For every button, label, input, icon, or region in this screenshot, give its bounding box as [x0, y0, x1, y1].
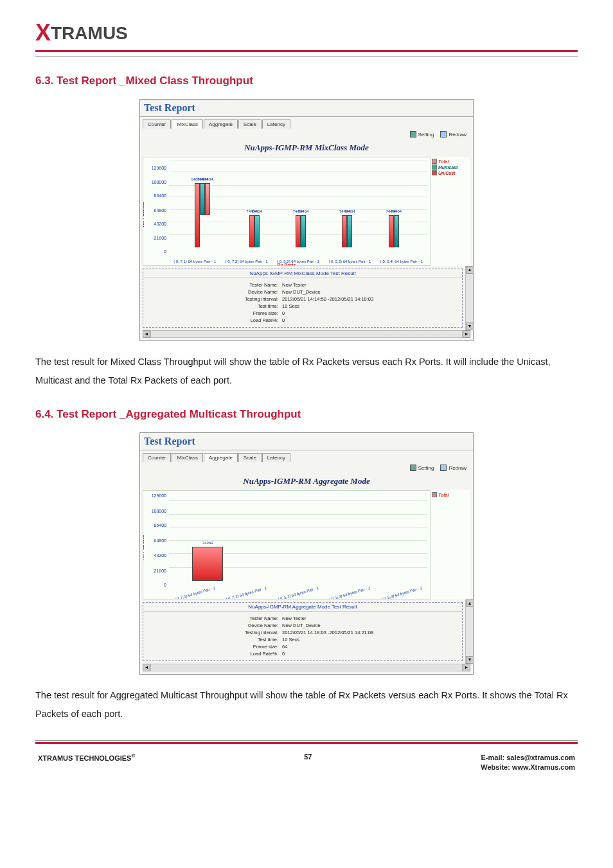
vscroll-1[interactable]: ▲ ▼ [465, 266, 473, 330]
logo-rest: TRAMUS [51, 23, 128, 43]
result-header-1: NuApps-IGMP-RM MixClass Mode Test Result [143, 269, 462, 278]
report-panel-aggregate: Test Report Counter MixClass Aggregate S… [139, 432, 474, 675]
setting-button[interactable]: Setting [410, 131, 434, 137]
footer-left: XTRAMUS TECHNOLOGIES® [38, 753, 135, 762]
redraw-icon [440, 465, 447, 471]
scroll-up-icon[interactable]: ▲ [466, 266, 474, 274]
footer-right: E-mail: sales@xtramus.com Website: www.X… [481, 753, 575, 773]
redraw-button-2[interactable]: Redraw [440, 465, 466, 471]
tab-aggregate-2[interactable]: Aggregate [204, 453, 238, 462]
hscroll-1[interactable]: ◄ ► [143, 330, 470, 338]
hscroll-2[interactable]: ◄ ► [143, 664, 470, 671]
plot-zone-2: 74369 [169, 495, 427, 581]
tab-scale[interactable]: Scale [238, 120, 262, 128]
body-6-3: The test result for Mixed Class Throughp… [35, 353, 578, 390]
legend-swatch-unicast [432, 170, 437, 175]
x-labels-2: ( 0, 7,1) 64 bytes Pair - 1 ( 0, 7,2) 64… [169, 592, 427, 596]
plot-zone-1: 148809 74404 74404 74404 74404 74404 744… [169, 161, 427, 247]
setting-button-2[interactable]: Setting [410, 465, 434, 471]
legend-2: Total [431, 490, 470, 599]
logo-x: X [35, 19, 51, 46]
vscroll-2[interactable]: ▲ ▼ [465, 599, 473, 664]
tab-mixclass[interactable]: MixClass [172, 120, 202, 128]
scroll-left-icon[interactable]: ◄ [143, 664, 150, 671]
chart-wrap-1: Rx Packets 0 21600 43200 64800 86400 108… [140, 155, 473, 266]
logo: XTRAMUS [35, 19, 578, 50]
chart-wrap-2: Rx Packets 0 21600 43200 64800 86400 108… [140, 489, 473, 599]
tab-counter[interactable]: Counter [143, 120, 171, 128]
chart-toolbar-2: Setting Redraw [140, 462, 473, 474]
tab-aggregate[interactable]: Aggregate [204, 120, 238, 128]
report-title: Test Report [140, 100, 473, 117]
tab-row-2: Counter MixClass Aggregate Scale Latency [140, 450, 473, 462]
tab-scale-2[interactable]: Scale [238, 453, 262, 462]
tab-latency-2[interactable]: Latency [262, 453, 290, 462]
tab-counter-2[interactable]: Counter [143, 453, 171, 462]
heading-6-3: 6.3. Test Report _Mixed Class Throughput [35, 75, 578, 87]
scroll-right-icon[interactable]: ► [463, 664, 470, 671]
scroll-down-icon[interactable]: ▼ [466, 323, 474, 330]
heading-6-4: 6.4. Test Report _Aggregated Multicast T… [35, 408, 578, 421]
footer-rule-red [35, 742, 578, 744]
scroll-right-icon[interactable]: ► [463, 330, 470, 338]
legend-swatch-multicast [432, 164, 437, 170]
setting-icon [410, 465, 416, 471]
page-footer: XTRAMUS TECHNOLOGIES® 57 E-mail: sales@x… [35, 748, 578, 773]
y-axis-2: 0 21600 43200 64800 86400 108000 129600 [145, 491, 166, 587]
setting-icon [410, 131, 416, 137]
tab-mixclass-2[interactable]: MixClass [172, 453, 202, 462]
header-rule-red [35, 50, 578, 52]
legend-swatch-total [432, 159, 437, 164]
result-panel-1: NuApps-IGMP-RM MixClass Mode Test Result… [143, 269, 463, 328]
scroll-left-icon[interactable]: ◄ [143, 330, 150, 338]
report-panel-mixclass: Test Report Counter MixClass Aggregate S… [139, 99, 474, 341]
page-number: 57 [304, 753, 312, 761]
body-6-4: The test result for Aggregated Multicast… [35, 686, 578, 723]
chart-area-1: Rx Packets 0 21600 43200 64800 86400 108… [143, 157, 431, 266]
legend-1: Total Multicast UniCast [431, 157, 470, 266]
scroll-up-icon[interactable]: ▲ [466, 599, 474, 607]
chart-area-2: Rx Packets 0 21600 43200 64800 86400 108… [143, 490, 431, 599]
x-title-1: Rx Ports [143, 263, 430, 266]
header-rule-thin [35, 56, 578, 57]
tab-row: Counter MixClass Aggregate Scale Latency [140, 117, 473, 128]
result-header-2: NuApps-IGMP-RM Aggregate Mode Test Resul… [143, 603, 462, 612]
footer-rule-thin [35, 740, 578, 741]
chart-title-2: NuApps-IGMP-RM Aggregate Mode [140, 474, 473, 489]
chart-toolbar: Setting Redraw [140, 128, 473, 140]
redraw-button[interactable]: Redraw [440, 131, 466, 137]
y-axis-1: 0 21600 43200 64800 86400 108000 129600 [145, 157, 166, 254]
chart-title-1: NuApps-IGMP-RM MixClass Mode [140, 140, 473, 155]
result-panel-2: NuApps-IGMP-RM Aggregate Mode Test Resul… [143, 602, 463, 661]
report-title-2: Test Report [140, 433, 473, 450]
scroll-down-icon[interactable]: ▼ [466, 656, 474, 664]
legend-swatch-total [432, 492, 437, 497]
tab-latency[interactable]: Latency [262, 120, 290, 128]
redraw-icon [440, 131, 447, 137]
